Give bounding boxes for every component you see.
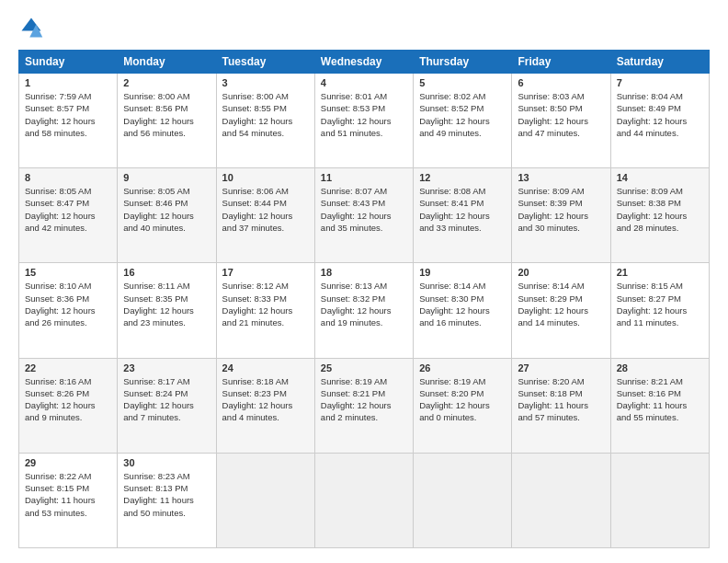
calendar-cell [610, 453, 709, 547]
day-number: 18 [321, 267, 407, 278]
cell-content: Sunrise: 8:08 AMSunset: 8:41 PMDaylight:… [419, 186, 490, 233]
day-number: 23 [123, 362, 210, 373]
cell-content: Sunrise: 8:11 AMSunset: 8:35 PMDaylight:… [123, 281, 194, 327]
cell-content: Sunrise: 8:14 AMSunset: 8:29 PMDaylight:… [518, 281, 588, 327]
calendar-cell [414, 453, 512, 547]
calendar-cell: 28Sunrise: 8:21 AMSunset: 8:16 PMDayligh… [610, 358, 709, 453]
day-number: 29 [25, 457, 111, 468]
calendar-cell [314, 453, 413, 547]
day-number: 24 [222, 362, 309, 373]
calendar-day-header: Tuesday [216, 51, 314, 74]
calendar-cell: 24Sunrise: 8:18 AMSunset: 8:23 PMDayligh… [216, 358, 314, 453]
day-number: 21 [617, 267, 703, 278]
calendar-week-row: 22Sunrise: 8:16 AMSunset: 8:26 PMDayligh… [19, 358, 710, 453]
calendar-cell: 7Sunrise: 8:04 AMSunset: 8:49 PMDaylight… [610, 74, 709, 168]
cell-content: Sunrise: 8:00 AMSunset: 8:55 PMDaylight:… [222, 91, 293, 138]
calendar-cell: 8Sunrise: 8:05 AMSunset: 8:47 PMDaylight… [19, 168, 118, 263]
cell-content: Sunrise: 8:21 AMSunset: 8:16 PMDaylight:… [617, 376, 688, 423]
day-number: 22 [25, 362, 111, 373]
calendar-week-row: 8Sunrise: 8:05 AMSunset: 8:47 PMDaylight… [19, 168, 710, 263]
calendar-cell: 13Sunrise: 8:09 AMSunset: 8:39 PMDayligh… [512, 168, 610, 263]
calendar-cell: 30Sunrise: 8:23 AMSunset: 8:13 PMDayligh… [118, 453, 216, 547]
cell-content: Sunrise: 8:10 AMSunset: 8:36 PMDaylight:… [25, 281, 96, 327]
cell-content: Sunrise: 8:05 AMSunset: 8:46 PMDaylight:… [123, 186, 194, 233]
calendar-cell: 11Sunrise: 8:07 AMSunset: 8:43 PMDayligh… [314, 168, 413, 263]
day-number: 13 [518, 172, 604, 183]
day-number: 11 [321, 172, 407, 183]
cell-content: Sunrise: 8:06 AMSunset: 8:44 PMDaylight:… [222, 186, 293, 233]
calendar-day-header: Friday [512, 51, 610, 74]
cell-content: Sunrise: 8:19 AMSunset: 8:20 PMDaylight:… [419, 376, 490, 423]
calendar-cell: 17Sunrise: 8:12 AMSunset: 8:33 PMDayligh… [216, 263, 314, 358]
cell-content: Sunrise: 8:12 AMSunset: 8:33 PMDaylight:… [222, 281, 293, 327]
calendar-week-row: 1Sunrise: 7:59 AMSunset: 8:57 PMDaylight… [19, 74, 710, 168]
day-number: 20 [518, 267, 604, 278]
calendar-cell [216, 453, 314, 547]
calendar-week-row: 29Sunrise: 8:22 AMSunset: 8:15 PMDayligh… [19, 453, 710, 547]
cell-content: Sunrise: 8:13 AMSunset: 8:32 PMDaylight:… [321, 281, 392, 327]
day-number: 5 [419, 77, 506, 88]
calendar-cell: 12Sunrise: 8:08 AMSunset: 8:41 PMDayligh… [414, 168, 512, 263]
calendar-cell: 29Sunrise: 8:22 AMSunset: 8:15 PMDayligh… [19, 453, 118, 547]
calendar-cell [512, 453, 610, 547]
cell-content: Sunrise: 8:16 AMSunset: 8:26 PMDaylight:… [25, 376, 96, 423]
day-number: 15 [25, 267, 111, 278]
cell-content: Sunrise: 8:09 AMSunset: 8:39 PMDaylight:… [518, 186, 588, 233]
day-number: 17 [222, 267, 309, 278]
calendar-cell: 14Sunrise: 8:09 AMSunset: 8:38 PMDayligh… [610, 168, 709, 263]
logo [18, 15, 48, 40]
cell-content: Sunrise: 8:05 AMSunset: 8:47 PMDaylight:… [25, 186, 96, 233]
cell-content: Sunrise: 8:07 AMSunset: 8:43 PMDaylight:… [321, 186, 392, 233]
day-number: 9 [123, 172, 210, 183]
day-number: 4 [321, 77, 407, 88]
calendar-cell: 1Sunrise: 7:59 AMSunset: 8:57 PMDaylight… [19, 74, 118, 168]
cell-content: Sunrise: 8:14 AMSunset: 8:30 PMDaylight:… [419, 281, 490, 327]
calendar-cell: 25Sunrise: 8:19 AMSunset: 8:21 PMDayligh… [314, 358, 413, 453]
calendar-cell: 15Sunrise: 8:10 AMSunset: 8:36 PMDayligh… [19, 263, 118, 358]
day-number: 2 [123, 77, 210, 88]
calendar-day-header: Saturday [610, 51, 709, 74]
calendar-cell: 22Sunrise: 8:16 AMSunset: 8:26 PMDayligh… [19, 358, 118, 453]
day-number: 1 [25, 77, 111, 88]
calendar-cell: 16Sunrise: 8:11 AMSunset: 8:35 PMDayligh… [118, 263, 216, 358]
calendar-cell: 9Sunrise: 8:05 AMSunset: 8:46 PMDaylight… [118, 168, 216, 263]
day-number: 19 [419, 267, 506, 278]
calendar-cell: 10Sunrise: 8:06 AMSunset: 8:44 PMDayligh… [216, 168, 314, 263]
day-number: 7 [617, 77, 703, 88]
calendar-cell: 6Sunrise: 8:03 AMSunset: 8:50 PMDaylight… [512, 74, 610, 168]
calendar-cell: 21Sunrise: 8:15 AMSunset: 8:27 PMDayligh… [610, 263, 709, 358]
cell-content: Sunrise: 8:22 AMSunset: 8:15 PMDaylight:… [25, 471, 96, 518]
cell-content: Sunrise: 8:01 AMSunset: 8:53 PMDaylight:… [321, 91, 392, 138]
calendar-day-header: Thursday [414, 51, 512, 74]
cell-content: Sunrise: 8:19 AMSunset: 8:21 PMDaylight:… [321, 376, 392, 423]
calendar-cell: 19Sunrise: 8:14 AMSunset: 8:30 PMDayligh… [414, 263, 512, 358]
day-number: 8 [25, 172, 111, 183]
header [18, 15, 710, 40]
day-number: 14 [617, 172, 703, 183]
day-number: 26 [419, 362, 506, 373]
cell-content: Sunrise: 8:02 AMSunset: 8:52 PMDaylight:… [419, 91, 490, 138]
calendar-cell: 20Sunrise: 8:14 AMSunset: 8:29 PMDayligh… [512, 263, 610, 358]
cell-content: Sunrise: 8:18 AMSunset: 8:23 PMDaylight:… [222, 376, 293, 423]
cell-content: Sunrise: 7:59 AMSunset: 8:57 PMDaylight:… [25, 91, 96, 138]
calendar-day-header: Wednesday [314, 51, 413, 74]
cell-content: Sunrise: 8:15 AMSunset: 8:27 PMDaylight:… [617, 281, 688, 327]
cell-content: Sunrise: 8:04 AMSunset: 8:49 PMDaylight:… [617, 91, 688, 138]
day-number: 25 [321, 362, 407, 373]
calendar-cell: 23Sunrise: 8:17 AMSunset: 8:24 PMDayligh… [118, 358, 216, 453]
calendar-cell: 2Sunrise: 8:00 AMSunset: 8:56 PMDaylight… [118, 74, 216, 168]
logo-icon [18, 15, 44, 40]
calendar-header-row: SundayMondayTuesdayWednesdayThursdayFrid… [19, 51, 710, 74]
cell-content: Sunrise: 8:20 AMSunset: 8:18 PMDaylight:… [518, 376, 588, 423]
cell-content: Sunrise: 8:17 AMSunset: 8:24 PMDaylight:… [123, 376, 194, 423]
calendar-day-header: Monday [118, 51, 216, 74]
calendar-cell: 18Sunrise: 8:13 AMSunset: 8:32 PMDayligh… [314, 263, 413, 358]
page: SundayMondayTuesdayWednesdayThursdayFrid… [0, 0, 728, 563]
calendar-cell: 5Sunrise: 8:02 AMSunset: 8:52 PMDaylight… [414, 74, 512, 168]
day-number: 6 [518, 77, 604, 88]
day-number: 28 [617, 362, 703, 373]
calendar-table: SundayMondayTuesdayWednesdayThursdayFrid… [18, 50, 710, 548]
day-number: 3 [222, 77, 309, 88]
calendar-week-row: 15Sunrise: 8:10 AMSunset: 8:36 PMDayligh… [19, 263, 710, 358]
calendar-cell: 3Sunrise: 8:00 AMSunset: 8:55 PMDaylight… [216, 74, 314, 168]
